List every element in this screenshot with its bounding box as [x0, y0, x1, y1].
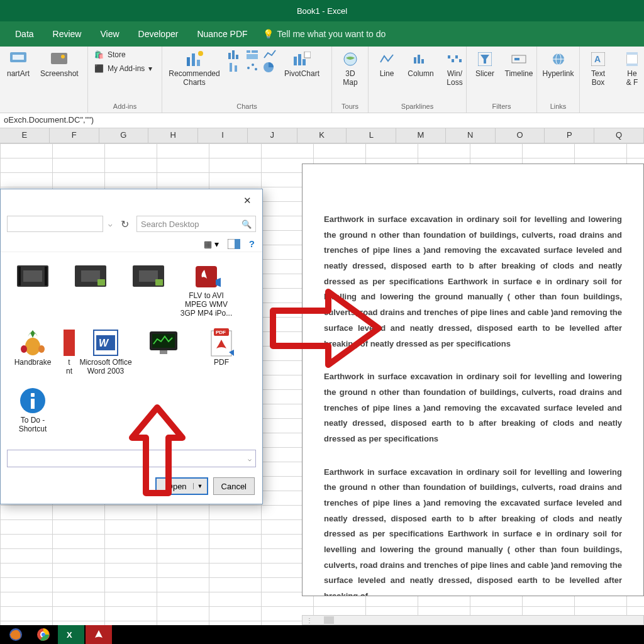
group-filters: Filters: [470, 103, 533, 111]
col-header[interactable]: Q: [594, 128, 644, 143]
file-item[interactable]: To Do - Shortcut: [4, 383, 61, 436]
file-item[interactable]: WMicrosoft Office Word 2003: [77, 325, 134, 378]
file-item[interactable]: [135, 325, 192, 378]
sparkline-column-button[interactable]: Column: [406, 49, 435, 79]
svg-rect-12: [252, 50, 258, 53]
timeline-button[interactable]: Timeline: [504, 49, 533, 79]
file-item[interactable]: [62, 258, 119, 320]
address-bar[interactable]: [7, 216, 103, 232]
sparkline-winloss-button[interactable]: Win/ Loss: [440, 49, 469, 88]
svg-rect-10: [236, 55, 238, 59]
preview-pane-icon[interactable]: [228, 239, 240, 249]
search-input[interactable]: Search Desktop 🔍: [136, 216, 256, 232]
3d-map-button[interactable]: 3D Map: [336, 49, 365, 88]
tab-nuance-pdf[interactable]: Nuance PDF: [188, 23, 256, 45]
screenshot-button[interactable]: Screenshot: [38, 49, 81, 79]
pdf-icon: [63, 328, 75, 358]
file-item[interactable]: FLV to AVI MPEG WMV 3GP MP4 iPo...: [178, 258, 235, 320]
taskbar-chrome[interactable]: [30, 625, 57, 644]
lightbulb-icon: 💡: [263, 29, 274, 39]
line-chart-icon[interactable]: [263, 49, 277, 60]
svg-rect-9: [232, 50, 235, 59]
svg-text:A: A: [594, 54, 601, 64]
svg-text:PDF: PDF: [216, 330, 226, 335]
text-box-button[interactable]: AText Box: [584, 49, 613, 88]
store-button[interactable]: 🛍️Store: [92, 49, 155, 60]
slicer-button[interactable]: Slicer: [470, 49, 499, 79]
tellme-box[interactable]: 💡 Tell me what you want to do: [263, 29, 386, 39]
svg-rect-8: [228, 53, 231, 59]
col-header[interactable]: M: [396, 128, 446, 143]
svg-rect-43: [626, 64, 638, 66]
hyperlink-button[interactable]: Hyperlink: [541, 49, 575, 79]
file-item[interactable]: t nt: [62, 325, 76, 378]
scatter-chart-icon[interactable]: [245, 62, 259, 73]
col-header[interactable]: N: [446, 128, 496, 143]
formula-bar[interactable]: oExch.Document.DC",""): [0, 113, 644, 128]
help-icon[interactable]: ?: [249, 238, 255, 249]
stat-chart-icon[interactable]: [228, 62, 242, 73]
svg-rect-42: [626, 52, 638, 55]
embedded-pdf-object[interactable]: Earthwork in surface excavation in ordin…: [302, 164, 644, 596]
tab-review[interactable]: Review: [44, 23, 91, 45]
svg-rect-2: [51, 53, 67, 64]
refresh-icon[interactable]: ↻: [118, 217, 131, 231]
pie-chart-icon[interactable]: [263, 62, 277, 73]
col-header[interactable]: O: [496, 128, 545, 143]
pivotchart-button[interactable]: PivotChart: [282, 49, 322, 79]
file-list: FLV to AVI MPEG WMV 3GP MP4 iPo... Handb…: [1, 252, 262, 446]
file-item-pdf[interactable]: PDFPDF: [193, 325, 250, 378]
svg-rect-45: [235, 239, 240, 249]
tab-developer[interactable]: Developer: [130, 23, 187, 45]
file-item[interactable]: [4, 258, 61, 320]
file-item[interactable]: [120, 258, 177, 320]
hier-chart-icon[interactable]: [245, 49, 259, 60]
cancel-button[interactable]: Cancel: [213, 477, 255, 495]
col-header[interactable]: H: [148, 128, 198, 143]
svg-rect-11: [247, 50, 250, 53]
close-icon[interactable]: ✕: [237, 192, 257, 209]
svg-rect-28: [448, 55, 450, 58]
open-dropdown-icon[interactable]: ▼: [193, 483, 203, 489]
col-header[interactable]: L: [347, 128, 396, 143]
svg-rect-31: [459, 59, 462, 62]
ribbon: nartArt Screenshot 🛍️Store ⬛My Add-ins ▾…: [0, 47, 644, 113]
svg-point-58: [25, 338, 40, 355]
col-header[interactable]: P: [545, 128, 594, 143]
file-item[interactable]: Handbrake: [4, 325, 61, 378]
my-addins-button[interactable]: ⬛My Add-ins ▾: [92, 63, 155, 74]
svg-rect-52: [97, 279, 105, 286]
pdf-paragraph: Earthwork in surface excavation in ordin…: [324, 212, 622, 352]
col-header[interactable]: J: [248, 128, 297, 143]
scroll-thumb[interactable]: [324, 616, 334, 624]
bar-chart-icon[interactable]: [228, 49, 242, 60]
col-header[interactable]: G: [99, 128, 149, 143]
recommended-charts-button[interactable]: Recommended Charts: [166, 49, 223, 88]
svg-point-60: [38, 345, 45, 353]
group-sparklines: Sparklines: [372, 103, 462, 111]
header-footer-button[interactable]: He & F: [618, 49, 644, 88]
svg-rect-67: [160, 350, 167, 354]
svg-rect-47: [18, 267, 21, 286]
search-icon: 🔍: [242, 219, 252, 229]
taskbar-excel[interactable]: X: [58, 625, 84, 644]
col-header[interactable]: K: [297, 128, 347, 143]
filename-input[interactable]: ⌵: [7, 450, 256, 467]
window-title: Book1 - Excel: [297, 6, 347, 16]
svg-rect-73: [31, 393, 35, 397]
tab-view[interactable]: View: [91, 23, 128, 45]
col-header[interactable]: I: [198, 128, 248, 143]
svg-point-18: [255, 68, 257, 70]
tab-data[interactable]: Data: [6, 23, 43, 45]
horizontal-scrollbar[interactable]: ⋮: [302, 615, 644, 625]
view-options-icon[interactable]: ▦ ▾: [204, 239, 219, 249]
taskbar-firefox[interactable]: [3, 625, 29, 644]
open-button[interactable]: Open▼: [155, 477, 208, 495]
taskbar-acrobat[interactable]: [86, 625, 112, 644]
smartart-button[interactable]: nartArt: [4, 49, 33, 79]
svg-rect-20: [294, 57, 297, 65]
sparkline-line-button[interactable]: Line: [372, 49, 401, 79]
col-header[interactable]: F: [50, 128, 99, 143]
col-header[interactable]: E: [0, 128, 50, 143]
video-icon: [16, 261, 49, 291]
